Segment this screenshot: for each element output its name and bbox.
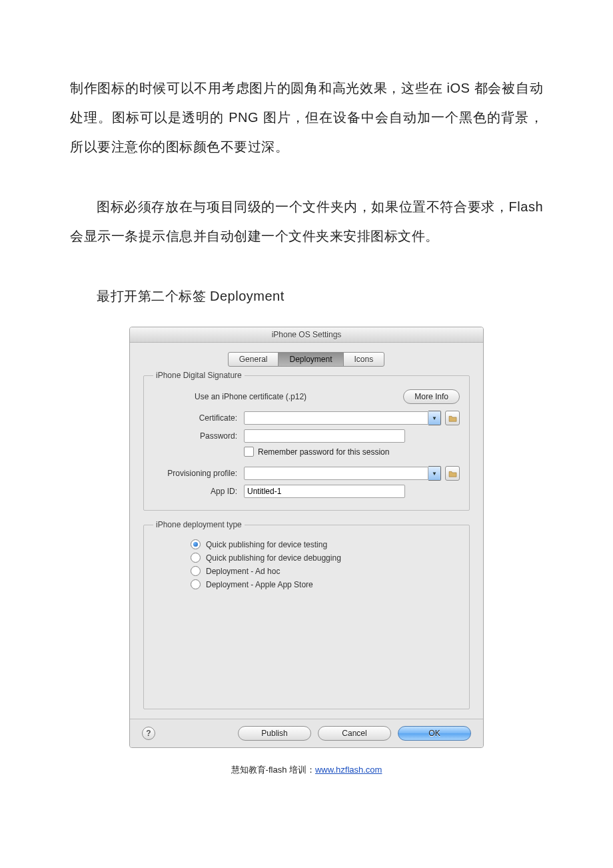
dialog-footer: ? Publish Cancel OK [130,719,483,747]
paragraph-3: 最打开第二个标签 Deployment [70,281,543,311]
app-id-input[interactable] [244,485,405,498]
more-info-button[interactable]: More Info [403,389,460,404]
password-label: Password: [153,431,244,441]
radio-label: Quick publishing for device debugging [206,553,341,563]
provisioning-browse-button[interactable] [445,466,460,481]
tab-icons[interactable]: Icons [343,352,385,367]
deployment-type-legend: iPhone deployment type [153,520,245,529]
paragraph-1: 制作图标的时候可以不用考虑图片的圆角和高光效果，这些在 iOS 都会被自动处理。… [70,73,543,161]
provisioning-label: Provisioning profile: [153,469,244,478]
certificate-combo[interactable]: ▼ [244,411,441,425]
deploy-option-debugging[interactable]: Quick publishing for device debugging [191,553,460,563]
help-button[interactable]: ? [142,727,155,740]
radio-icon [191,566,201,576]
iphone-os-settings-dialog: iPhone OS Settings GeneralDeploymentIcon… [129,327,484,748]
remember-password-label: Remember password for this session [258,447,389,457]
provisioning-combo[interactable]: ▼ [244,466,441,481]
radio-label: Quick publishing for device testing [206,540,327,549]
radio-label: Deployment - Ad hoc [206,567,280,576]
document-page: 制作图标的时候可以不用考虑图片的圆角和高光效果，这些在 iOS 都会被自动处理。… [0,0,613,796]
paragraph-2: 图标必须存放在与项目同级的一个文件夹内，如果位置不符合要求，Flash 会显示一… [70,192,543,251]
deploy-option-appstore[interactable]: Deployment - Apple App Store [191,579,460,589]
cancel-button[interactable]: Cancel [318,726,391,741]
provisioning-input[interactable] [244,467,428,480]
tab-bar: GeneralDeploymentIcons [143,352,470,367]
deploy-option-adhoc[interactable]: Deployment - Ad hoc [191,566,460,576]
dialog-body: GeneralDeploymentIcons iPhone Digital Si… [130,343,483,709]
publish-button[interactable]: Publish [238,726,311,741]
radio-icon [191,553,201,563]
footer-prefix: 慧知教育-flash 培训： [231,765,315,775]
footer-link[interactable]: www.hzflash.com [315,765,382,775]
folder-icon [448,470,457,477]
certificate-hint: Use an iPhone certificate (.p12) [153,392,306,401]
deployment-type-group: iPhone deployment type Quick publishing … [143,520,470,709]
remember-password-checkbox[interactable] [244,447,254,457]
certificate-label: Certificate: [153,413,244,423]
certificate-dropdown-icon[interactable]: ▼ [428,411,441,425]
provisioning-dropdown-icon[interactable]: ▼ [428,466,441,481]
password-input[interactable] [244,429,405,443]
app-id-label: App ID: [153,487,244,496]
page-footer: 慧知教育-flash 培训：www.hzflash.com [70,764,543,776]
radio-icon [191,579,201,589]
radio-icon [191,539,201,549]
digital-signature-legend: iPhone Digital Signature [153,371,245,380]
certificate-browse-button[interactable] [445,411,460,425]
ok-button[interactable]: OK [398,726,471,741]
certificate-input[interactable] [244,411,428,425]
digital-signature-group: iPhone Digital Signature Use an iPhone c… [143,371,470,511]
tab-deployment[interactable]: Deployment [278,352,343,367]
radio-label: Deployment - Apple App Store [206,580,313,589]
dialog-title: iPhone OS Settings [130,327,483,343]
folder-icon [448,415,457,422]
tab-general[interactable]: General [228,352,279,367]
deploy-option-testing[interactable]: Quick publishing for device testing [191,539,460,549]
